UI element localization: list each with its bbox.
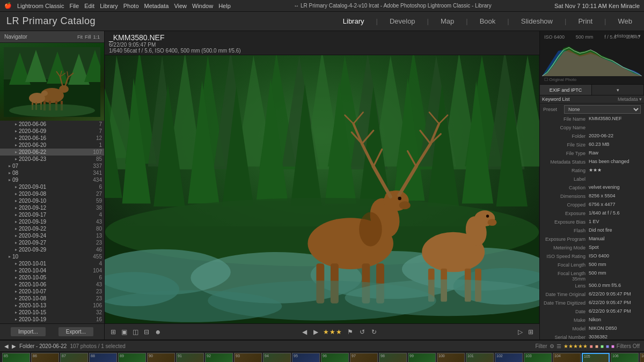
color-filter-3[interactable]: ■ <box>601 343 604 349</box>
metadata-field-value[interactable]: 6/22/20 9:05:47 PM <box>589 291 641 297</box>
tab-develop[interactable]: Develop <box>384 16 421 26</box>
rotate-left-icon[interactable]: ↺ <box>358 327 367 337</box>
metadata-field-value[interactable]: Did not fire <box>589 227 641 233</box>
folder-item[interactable]: ▸2020-09-2280 <box>0 225 104 232</box>
metadata-field-value[interactable]: Spot <box>589 245 641 250</box>
folder-item[interactable]: ▸10455 <box>0 253 104 260</box>
metadata-field-value[interactable]: KMM3580.NEF <box>589 116 641 121</box>
folder-item[interactable]: ▸2020-09-2413 <box>0 232 104 239</box>
next-photo-icon[interactable]: ▶ <box>312 327 320 337</box>
metadata-field-value[interactable]: velvet evening <box>589 184 641 190</box>
filmstrip-thumb[interactable]: 92 <box>205 353 233 362</box>
metadata-field-value[interactable]: 8256 x 5504 <box>589 193 641 198</box>
compare-icon[interactable]: ◫ <box>131 327 140 337</box>
tab-web[interactable]: Web <box>613 16 638 26</box>
metadata-field-value[interactable]: 6756 x 4477 <box>589 202 641 207</box>
tab-print[interactable]: Print <box>573 16 598 26</box>
folder-item[interactable]: ▸09434 <box>0 176 104 183</box>
photo-area[interactable] <box>105 55 539 323</box>
metadata-field-value[interactable]: 3036382 <box>589 334 641 339</box>
metadata-field-value[interactable]: NIKON D850 <box>589 326 641 331</box>
filmstrip-thumb[interactable]: 89 <box>118 353 146 362</box>
filmstrip-thumb[interactable]: 100 <box>437 353 465 362</box>
metadata-field-value[interactable]: 1 EV <box>589 219 641 224</box>
grid-view-icon[interactable]: ⊞ <box>109 327 118 337</box>
metadata-field-value[interactable]: 500 mm <box>589 262 641 267</box>
metadata-field-value[interactable]: 60.23 MB <box>589 142 641 147</box>
tab-exif-iptc[interactable]: EXIF and IPTC <box>540 85 592 95</box>
metadata-field-value[interactable]: 2020-06-22 <box>589 133 641 138</box>
tab-book[interactable]: Book <box>474 16 501 26</box>
metadata-field-value[interactable]: Raw <box>589 150 641 156</box>
filmstrip-thumb[interactable]: 95 <box>292 353 320 362</box>
folder-item[interactable]: ▸2020-06-097 <box>0 128 104 135</box>
metadata-field-value[interactable]: ISO 6400 <box>589 253 641 258</box>
filmstrip-thumb[interactable]: 96 <box>321 353 349 362</box>
folder-item[interactable]: ▸2020-10-13106 <box>0 302 104 309</box>
folder-item[interactable]: ▸2020-09-174 <box>0 211 104 218</box>
menu-view[interactable]: View <box>174 3 187 9</box>
filmstrip-thumb[interactable]: 106 <box>611 353 639 362</box>
filmstrip-thumb[interactable]: 94 <box>263 353 291 362</box>
menu-library[interactable]: Library <box>100 3 118 9</box>
folder-item[interactable]: ▸2020-09-1059 <box>0 197 104 204</box>
prev-photo-icon[interactable]: ◀ <box>301 327 309 337</box>
folder-item[interactable]: ▸2020-06-201 <box>0 142 104 149</box>
zoom-fill[interactable]: Fill <box>85 34 91 40</box>
folder-item[interactable]: ▸2020-06-2385 <box>0 156 104 162</box>
filmstrip-view-options[interactable]: ☰ <box>557 343 561 349</box>
filmstrip-thumb[interactable]: 93 <box>234 353 262 362</box>
rotate-right-icon[interactable]: ↻ <box>370 327 378 337</box>
metadata-field-value[interactable]: 1/640 at f / 5.6 <box>589 210 641 216</box>
folder-item[interactable]: ▸2020-09-1238 <box>0 204 104 211</box>
color-filters[interactable]: ■ <box>590 343 593 349</box>
menu-metadata[interactable]: Metadata <box>144 3 169 9</box>
menu-photo[interactable]: Photo <box>123 3 139 9</box>
grid-toggle-icon[interactable]: ⊞ <box>526 327 535 337</box>
filters-off-label[interactable]: Filters Off <box>617 343 640 349</box>
folder-item[interactable]: ▸2020-09-016 <box>0 183 104 190</box>
metadata-field-value[interactable]: Nikon <box>589 317 641 322</box>
slideshow-icon[interactable]: ▷ <box>516 327 524 337</box>
filter-icon[interactable]: ⚙ <box>550 343 554 349</box>
color-filter-4[interactable]: ■ <box>606 343 609 349</box>
folder-item[interactable]: ▸2020-09-2723 <box>0 239 104 246</box>
menu-help[interactable]: Help <box>218 3 231 9</box>
tab-map[interactable]: Map <box>435 16 459 26</box>
folder-item[interactable]: ▸2020-10-0723 <box>0 288 104 295</box>
filmstrip-thumb[interactable]: 86 <box>31 353 59 362</box>
folder-item[interactable]: ▸2020-09-2946 <box>0 246 104 253</box>
filmstrip-thumb[interactable]: 91 <box>176 353 204 362</box>
star-rating[interactable]: ★★★ <box>323 328 342 336</box>
filmstrip-thumb[interactable]: 97 <box>350 353 378 362</box>
metadata-field-value[interactable]: Manual <box>589 236 641 241</box>
filmstrip-nav-prev[interactable]: ◀ <box>4 343 9 349</box>
metadata-scroll[interactable]: File NameKMM3580.NEFCopy NameFolder2020-… <box>540 115 644 339</box>
metadata-field-value[interactable]: 500 mm <box>589 270 641 276</box>
metadata-field-value[interactable]: 6/22/20 9:05:47 PM <box>589 300 641 305</box>
folder-item[interactable]: ▸2020-06-067 <box>0 121 104 128</box>
metadata-field-value[interactable]: 6/22/20 9:05:47 PM <box>589 308 641 314</box>
folder-item[interactable]: ▸2020-10-0823 <box>0 295 104 302</box>
folder-item[interactable]: ▸2020-10-1532 <box>0 309 104 316</box>
filmstrip-thumb[interactable]: 88 <box>89 353 117 362</box>
metadata-tab[interactable]: Metadata ▾ <box>618 97 642 102</box>
zoom-1to1[interactable]: 1:1 <box>93 34 100 40</box>
filmstrip-thumb[interactable]: 101 <box>466 353 494 362</box>
tab-metadata-v[interactable]: ▾ <box>592 85 644 95</box>
filmstrip-thumb[interactable]: 85 <box>2 353 30 362</box>
folder-item[interactable]: ▸2020-10-0643 <box>0 281 104 288</box>
apple-menu[interactable]: 🍎 <box>4 2 12 9</box>
metadata-field-value[interactable]: 500.0 mm f/5.6 <box>589 283 641 288</box>
folder-item[interactable]: ▸2020-10-014 <box>0 260 104 267</box>
folder-item[interactable]: ▸2020-06-1612 <box>0 135 104 142</box>
import-button[interactable]: Import... <box>11 327 46 336</box>
filmstrip-thumb[interactable]: 103 <box>524 353 552 362</box>
zoom-fit[interactable]: Fit <box>77 34 83 40</box>
loupe-view-icon[interactable]: ▣ <box>120 327 129 337</box>
survey-icon[interactable]: ⊟ <box>142 327 151 337</box>
people-icon[interactable]: ☻ <box>153 327 163 337</box>
filmstrip-thumb[interactable]: 87 <box>60 353 88 362</box>
metadata-field-value[interactable]: ★★★ <box>589 167 641 173</box>
filmstrip-thumb[interactable]: 107 <box>640 353 644 362</box>
